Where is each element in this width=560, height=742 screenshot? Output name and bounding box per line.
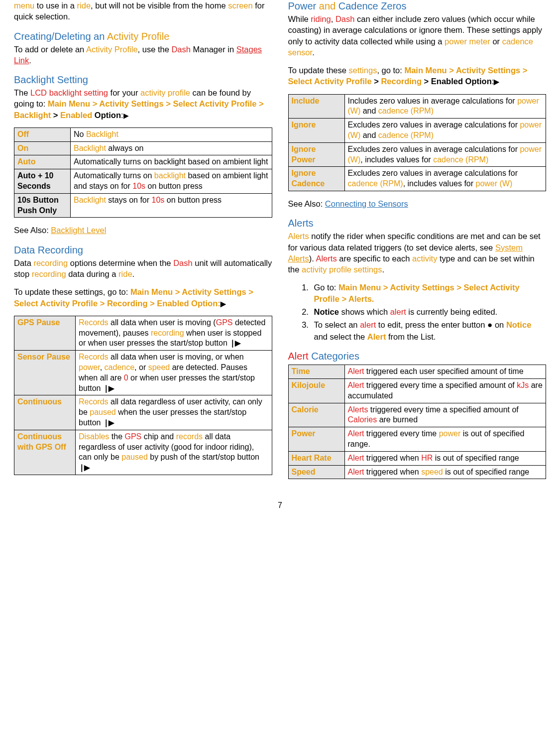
row-header: Continuous <box>14 395 76 430</box>
startstop-icon: ❘▶ <box>79 464 89 471</box>
row-value: Alert triggered when speed is out of spe… <box>344 465 546 479</box>
page-number: 7 <box>0 491 560 518</box>
right-column: Power and Cadence Zeros While riding, Da… <box>288 0 547 486</box>
table-row: Sensor Pause Records all data when user … <box>14 351 272 395</box>
row-header: Calorie <box>288 403 344 427</box>
data-recording-table: GPS Pause Records all data when user is … <box>14 316 272 475</box>
left-column: menu to use in a ride, but will not be v… <box>14 0 272 486</box>
heading-alerts: Alerts <box>288 217 547 230</box>
table-row: Continuous Records all data regardless o… <box>14 395 272 430</box>
backlight-table: Off No Backlight On Backlight always on … <box>14 127 272 218</box>
list-item: Go to: Main Menu > Activity Settings > S… <box>311 282 547 304</box>
intro-fragment: menu to use in a ride, but will not be v… <box>14 0 272 22</box>
list-item: To select an alert to edit, press the en… <box>311 319 547 342</box>
table-row: Off No Backlight <box>14 127 272 141</box>
row-value: Records all data when user is moving, or… <box>76 351 272 395</box>
row-value: Alert triggered each user specified amou… <box>344 365 546 379</box>
see-also-sensors: See Also: Connecting to Sensors <box>288 198 547 209</box>
table-row: GPS Pause Records all data when user is … <box>14 316 272 350</box>
row-header: Heart Rate <box>288 451 344 465</box>
row-header: 10s Button Push Only <box>14 193 71 218</box>
heading-create-delete: Creating/Deleting an Activity Profile <box>14 30 272 43</box>
row-value: Disables the GPS chip and records all da… <box>76 430 272 475</box>
table-row: Continuous with GPS Off Disables the GPS… <box>14 430 272 475</box>
table-row: Power Alert triggered every time power i… <box>288 427 546 452</box>
intro-screen: screen <box>228 1 253 10</box>
intro-menu: menu <box>14 1 34 10</box>
heading-backlight: Backlight Setting <box>14 74 272 86</box>
row-header: Power <box>288 427 344 452</box>
row-value: Alert triggered when HR is out of specif… <box>344 451 546 465</box>
list-item: Notice shows which alert is currently be… <box>311 306 547 317</box>
power-zeros-p1: While riding, Dash can either include ze… <box>288 13 547 58</box>
row-value: Excludes zero values in average calculat… <box>344 142 546 167</box>
row-header: Continuous with GPS Off <box>14 430 76 475</box>
data-rec-p2: To update these settings, go to: Main Me… <box>14 286 272 309</box>
row-value: Records all data regardless of user acti… <box>76 395 272 430</box>
table-row: Ignore Excludes zero values in average c… <box>288 119 546 143</box>
page-content: menu to use in a ride, but will not be v… <box>0 0 560 491</box>
row-header: GPS Pause <box>14 316 76 350</box>
row-value: Alerts triggered every time a specified … <box>344 403 546 427</box>
row-header: Kilojoule <box>288 379 344 403</box>
row-value: Backlight always on <box>71 141 272 155</box>
link-backlight-level[interactable]: Backlight Level <box>51 226 106 235</box>
play-icon: ▶ <box>494 78 499 85</box>
link-connecting-sensors[interactable]: Connecting to Sensors <box>325 199 408 208</box>
row-value: Excludes zero values in average calculat… <box>344 119 546 143</box>
row-header: Sensor Pause <box>14 351 76 395</box>
table-row: Auto + 10 Seconds Automatically turns on… <box>14 169 272 194</box>
power-zeros-p2: To update these settings, go to: Main Me… <box>288 65 547 87</box>
row-value: No Backlight <box>71 127 272 141</box>
table-row: Auto Automatically turns on backlight ba… <box>14 155 272 169</box>
row-header: Speed <box>288 465 344 479</box>
alerts-steps: Go to: Main Menu > Activity Settings > S… <box>288 282 547 342</box>
table-row: On Backlight always on <box>14 141 272 155</box>
table-row: Heart Rate Alert triggered when HR is ou… <box>288 451 546 465</box>
row-header: Ignore Power <box>288 142 344 167</box>
row-header: On <box>14 141 71 155</box>
startstop-icon: ❘▶ <box>229 339 240 347</box>
row-value: Includes zero values in average calculat… <box>344 94 546 119</box>
row-value: Automatically turns on backlight based o… <box>71 169 272 194</box>
intro-ride: ride <box>77 1 91 10</box>
create-delete-body: To add or delete an Activity Profile, us… <box>14 44 272 66</box>
heading-power-zeros: Power and Cadence Zeros <box>288 0 547 12</box>
data-rec-p1: Data recording options determine when th… <box>14 257 272 280</box>
see-also-backlight: See Also: Backlight Level <box>14 225 272 236</box>
power-zeros-table: Include Includes zero values in average … <box>288 94 547 191</box>
startstop-icon: ❘▶ <box>103 384 113 392</box>
heading-data-recording: Data Recording <box>14 244 272 256</box>
alert-categories-table: Time Alert triggered each user specified… <box>288 365 547 479</box>
enter-button-icon: ● <box>487 320 492 330</box>
row-value: Backlight stays on for 10s on button pre… <box>71 193 272 218</box>
table-row: Kilojoule Alert triggered every time a s… <box>288 379 546 403</box>
alerts-p1: Alerts notify the rider when specific co… <box>288 231 547 275</box>
table-row: Ignore Cadence Excludes zero values in a… <box>288 167 546 191</box>
play-icon: ▶ <box>221 300 226 307</box>
table-row: Speed Alert triggered when speed is out … <box>288 465 546 479</box>
row-header: Time <box>288 365 344 379</box>
table-row: Calorie Alerts triggered every time a sp… <box>288 403 546 427</box>
row-value: Alert triggered every time power is out … <box>344 427 546 452</box>
row-value: Automatically turns on backlight based o… <box>71 155 272 169</box>
row-header: Auto <box>14 155 71 169</box>
row-value: Alert triggered every time a specified a… <box>344 379 546 403</box>
table-row: Ignore Power Excludes zero values in ave… <box>288 142 546 167</box>
table-row: Time Alert triggered each user specified… <box>288 365 546 379</box>
backlight-body: The LCD backlight setting for your activ… <box>14 87 272 121</box>
startstop-icon: ❘▶ <box>103 419 113 426</box>
row-header: Ignore Cadence <box>288 167 344 191</box>
row-header: Include <box>288 94 344 119</box>
heading-alert-categories: Alert Categories <box>288 350 547 363</box>
play-icon: ▶ <box>123 112 129 119</box>
row-value: Excludes zero values in average calculat… <box>344 167 546 191</box>
row-header: Off <box>14 127 71 141</box>
table-row: Include Includes zero values in average … <box>288 94 546 119</box>
table-row: 10s Button Push Only Backlight stays on … <box>14 193 272 218</box>
row-header: Auto + 10 Seconds <box>14 169 71 194</box>
row-header: Ignore <box>288 119 344 143</box>
row-value: Records all data when user is moving (GP… <box>76 316 272 350</box>
